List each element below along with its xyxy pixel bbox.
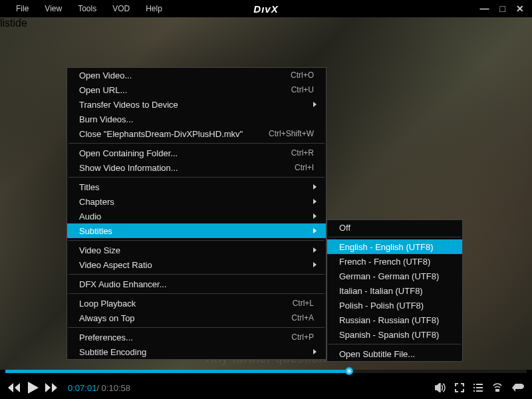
maximize-button[interactable]: □: [500, 3, 505, 14]
context-menu-label: Video Size: [79, 245, 120, 255]
submenu-arrow-icon: [313, 184, 317, 190]
submenu-item[interactable]: Open Subtitle File...: [327, 346, 462, 361]
transport-controls: [8, 382, 59, 394]
context-menu-item[interactable]: Show Video Information...Ctrl+I: [67, 160, 326, 175]
submenu-arrow-icon: [313, 228, 317, 233]
context-menu-item[interactable]: Open Video...Ctrl+O: [67, 68, 326, 82]
context-menu-item[interactable]: Loop PlaybackCtrl+L: [67, 296, 326, 311]
menu-separator: [68, 177, 325, 178]
context-menu-label: Audio: [79, 211, 101, 221]
menu-help[interactable]: Help: [138, 1, 170, 16]
app-logo: DıvX: [253, 3, 278, 15]
playlist-button[interactable]: [473, 384, 483, 392]
submenu-item[interactable]: Russian - Russian (UTF8): [327, 313, 462, 327]
control-row: 0:07:01 / 0:10:58: [0, 376, 532, 399]
rewind-button[interactable]: [8, 383, 21, 392]
context-menu-label: Video Aspect Ratio: [79, 260, 152, 270]
submenu-arrow-icon: [313, 102, 317, 107]
context-menu-item[interactable]: Video Size: [67, 243, 326, 257]
right-controls: [435, 383, 524, 392]
minimize-button[interactable]: —: [480, 3, 489, 14]
controls-bar: 0:07:01 / 0:10:58: [0, 370, 532, 399]
context-menu-item[interactable]: Open Containing Folder...Ctrl+R: [67, 146, 326, 160]
submenu-arrow-icon: [313, 349, 317, 354]
submenu-label: English - English (UTF8): [339, 242, 434, 252]
cast-button[interactable]: [512, 384, 524, 392]
context-menu-label: Chapters: [79, 197, 114, 207]
submenu-label: Italian - Italian (UTF8): [339, 286, 423, 296]
context-menu-label: Open Containing Folder...: [79, 148, 178, 158]
menu-separator: [68, 143, 325, 144]
menu-shortcut: Ctrl+O: [291, 70, 314, 80]
context-menu-item[interactable]: Audio: [67, 209, 326, 223]
submenu-label: Polish - Polish (UTF8): [339, 301, 424, 311]
context-menu-label: Titles: [79, 182, 100, 192]
progress-bar[interactable]: [5, 370, 527, 373]
menubar: File View Tools VOD Help: [0, 1, 170, 16]
context-menu-label: Always on Top: [79, 313, 135, 323]
volume-button[interactable]: [435, 383, 446, 392]
context-menu-item[interactable]: Preferences...Ctrl+P: [67, 330, 326, 344]
context-menu-label: Subtitles: [79, 226, 112, 236]
context-menu-label: Preferences...: [79, 332, 133, 342]
context-menu-item[interactable]: Subtitle Encoding: [67, 344, 326, 359]
menu-separator: [68, 240, 325, 241]
menu-separator: [68, 327, 325, 328]
svg-rect-0: [495, 389, 499, 392]
menu-separator: [68, 274, 325, 275]
menu-shortcut: Ctrl+I: [295, 163, 314, 172]
submenu-arrow-icon: [313, 247, 317, 253]
submenu-item[interactable]: Polish - Polish (UTF8): [327, 298, 462, 313]
submenu-item[interactable]: English - English (UTF8): [327, 239, 462, 254]
stream-button[interactable]: [492, 383, 503, 392]
submenu-label: Russian - Russian (UTF8): [339, 315, 439, 325]
menu-tools[interactable]: Tools: [70, 1, 104, 16]
close-button[interactable]: ✕: [516, 3, 524, 14]
context-menu-item[interactable]: Titles: [67, 180, 326, 194]
submenu-arrow-icon: [313, 199, 317, 204]
context-menu-label: Open URL...: [79, 85, 127, 95]
menu-separator: [68, 293, 325, 294]
submenu-label: Off: [339, 223, 350, 233]
context-menu-label: Burn Videos...: [79, 114, 133, 124]
submenu-arrow-icon: [313, 213, 317, 219]
context-menu-item[interactable]: DFX Audio Enhancer...: [67, 277, 326, 291]
titlebar: File View Tools VOD Help DıvX — □ ✕: [0, 0, 532, 17]
submenu-label: Spanish - Spanish (UTF8): [339, 330, 439, 340]
menu-separator: [329, 344, 461, 344]
progress-fill: [5, 370, 349, 373]
menu-shortcut: Ctrl+R: [291, 148, 314, 158]
submenu-item[interactable]: Off: [327, 220, 462, 235]
context-menu-label: DFX Audio Enhancer...: [79, 279, 167, 289]
submenu-item[interactable]: French - French (UTF8): [327, 254, 462, 269]
submenu-label: German - German (UTF8): [339, 271, 439, 281]
context-menu-item[interactable]: Always on TopCtrl+A: [67, 311, 326, 325]
menu-vod[interactable]: VOD: [104, 1, 138, 16]
submenu-item[interactable]: Spanish - Spanish (UTF8): [327, 327, 462, 342]
menu-file[interactable]: File: [8, 1, 37, 16]
submenu-label: Open Subtitle File...: [339, 349, 415, 359]
context-menu-item[interactable]: Transfer Videos to Device: [67, 97, 326, 112]
time-total: / 0:10:58: [96, 383, 130, 393]
fullscreen-button[interactable]: [455, 383, 464, 392]
menu-separator: [329, 237, 461, 237]
context-menu-item[interactable]: Chapters: [67, 194, 326, 209]
menu-view[interactable]: View: [37, 1, 70, 16]
context-menu-label: Transfer Videos to Device: [79, 100, 178, 110]
time-current: 0:07:01: [68, 383, 96, 393]
context-menu-item[interactable]: Close "ElephantsDream-DivXPlusHD.mkv"Ctr…: [67, 126, 326, 141]
menu-shortcut: Ctrl+U: [291, 85, 314, 94]
submenu-item[interactable]: German - German (UTF8): [327, 269, 462, 283]
progress-thumb[interactable]: [345, 367, 353, 375]
menu-shortcut: Ctrl+A: [291, 313, 314, 323]
context-menu-item[interactable]: Subtitles: [67, 223, 326, 238]
forward-button[interactable]: [45, 383, 59, 392]
context-menu-label: Open Video...: [79, 70, 132, 80]
submenu-item[interactable]: Italian - Italian (UTF8): [327, 283, 462, 298]
context-menu: Open Video...Ctrl+OOpen URL...Ctrl+UTran…: [66, 67, 327, 360]
play-button[interactable]: [28, 382, 39, 394]
context-menu-item[interactable]: Video Aspect Ratio: [67, 257, 326, 272]
context-menu-item[interactable]: Burn Videos...: [67, 112, 326, 126]
context-menu-item[interactable]: Open URL...Ctrl+U: [67, 82, 326, 97]
context-menu-label: Loop Playback: [79, 299, 136, 309]
